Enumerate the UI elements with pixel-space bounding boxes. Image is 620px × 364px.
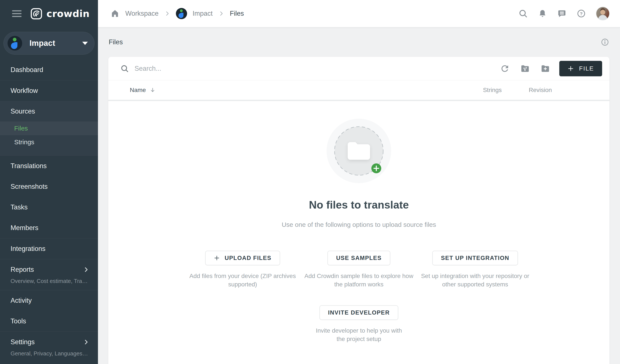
sidebar-subitem-label: Files: [14, 125, 28, 132]
svg-text:?: ?: [580, 11, 583, 16]
home-icon[interactable]: [110, 9, 120, 18]
column-label: Name: [130, 87, 146, 94]
files-toolbar: FILE: [108, 57, 609, 80]
sidebar-nav: Dashboard Workflow Sources Files Strings…: [0, 59, 98, 364]
invite-developer-option: INVITE DEVELOPER Invite developer to hel…: [311, 305, 406, 343]
sidebar-item-label: Dashboard: [11, 66, 43, 74]
set-up-integration-option: SET UP INTEGRATION Set up integration wi…: [417, 251, 533, 289]
column-header-name[interactable]: Name: [130, 87, 156, 94]
info-icon[interactable]: [601, 38, 609, 46]
sidebar-item-integrations[interactable]: Integrations: [0, 238, 98, 259]
breadcrumb-impact[interactable]: Impact: [193, 10, 213, 17]
sidebar-item-sources[interactable]: Sources: [0, 101, 98, 121]
set-up-integration-description: Set up integration with your repository …: [420, 272, 530, 289]
empty-state: No files to translate Use one of the fol…: [108, 101, 609, 343]
empty-state-subtitle: Use one of the following options to uplo…: [281, 221, 436, 228]
sidebar-item-screenshots[interactable]: Screenshots: [0, 176, 98, 197]
plus-icon: [214, 255, 220, 261]
sidebar-item-workflow[interactable]: Workflow: [0, 80, 98, 101]
caret-down-icon: [82, 42, 88, 45]
integration-folder-icon[interactable]: [520, 64, 530, 73]
sidebar-item-strings[interactable]: Strings: [0, 135, 98, 149]
help-icon[interactable]: ?: [576, 9, 586, 18]
upload-files-button[interactable]: UPLOAD FILES: [205, 251, 280, 265]
toolbar-actions: [500, 64, 550, 73]
notifications-bell-icon[interactable]: [538, 9, 547, 18]
plus-icon: [567, 65, 574, 72]
chevron-right-icon: [164, 11, 170, 16]
sidebar-item-label: Sources: [11, 107, 35, 115]
table-header: Name Strings Revision: [108, 80, 609, 100]
button-label: USE SAMPLES: [336, 255, 381, 262]
chevron-right-icon: [218, 11, 224, 16]
sidebar-item-subtitle: General, Privacy, Languages, Q…: [11, 350, 89, 357]
crowdin-logo-icon: [30, 8, 43, 20]
chevron-right-icon: [83, 266, 89, 273]
files-search-input[interactable]: [135, 65, 500, 73]
breadcrumb-files: Files: [230, 10, 244, 17]
upload-files-option: UPLOAD FILES Add files from your device …: [185, 251, 301, 289]
button-label: INVITE DEVELOPER: [328, 309, 390, 316]
add-badge-icon: [371, 163, 381, 173]
upload-options: UPLOAD FILES Add files from your device …: [185, 251, 533, 289]
search-icon[interactable]: [518, 9, 528, 18]
sidebar-item-dashboard[interactable]: Dashboard: [0, 59, 98, 80]
sidebar-header: crowdin: [0, 0, 98, 27]
sidebar-item-label: Translations: [11, 162, 47, 170]
sidebar-item-subtitle: Overview, Cost estimate, Transl…: [11, 278, 89, 284]
hamburger-menu-icon[interactable]: [12, 10, 22, 17]
topbar: Workspace Impact Files ?: [98, 0, 620, 27]
empty-state-title: No files to translate: [309, 199, 409, 211]
crowdin-logo-text: crowdin: [46, 8, 90, 19]
sidebar-item-settings[interactable]: Settings General, Privacy, Languages, Q…: [0, 332, 98, 363]
sidebar-item-label: Members: [11, 224, 38, 232]
upload-files-description: Add files from your device (ZIP archives…: [187, 272, 298, 289]
project-avatar: [8, 36, 22, 51]
sidebar-item-members[interactable]: Members: [0, 218, 98, 238]
messages-chat-icon[interactable]: [557, 9, 567, 18]
sidebar: crowdin Impact Dashboard Workflow Source…: [0, 0, 98, 364]
sidebar-item-label: Integrations: [11, 245, 46, 253]
sidebar-item-label: Reports: [11, 266, 34, 274]
sidebar-item-activity[interactable]: Activity: [0, 290, 98, 311]
empty-folder-graphic: [326, 119, 391, 183]
folder-icon: [348, 142, 370, 160]
button-label: UPLOAD FILES: [225, 255, 271, 262]
sidebar-subitem-label: Strings: [14, 138, 34, 146]
breadcrumb-workspace[interactable]: Workspace: [125, 10, 159, 17]
main-content: Files: [98, 27, 620, 364]
sidebar-item-tasks[interactable]: Tasks: [0, 197, 98, 218]
refresh-icon[interactable]: [500, 64, 510, 73]
search-icon: [120, 64, 129, 73]
topbar-icons: ?: [518, 7, 610, 20]
page-title: Files: [109, 38, 123, 46]
invite-developer-button[interactable]: INVITE DEVELOPER: [319, 305, 399, 320]
page-header: Files: [98, 27, 620, 57]
column-header-revision[interactable]: Revision: [513, 87, 567, 94]
crowdin-logo[interactable]: crowdin: [30, 8, 90, 20]
add-folder-icon[interactable]: [540, 64, 550, 73]
sidebar-item-tools[interactable]: Tools: [0, 311, 98, 332]
sort-descending-icon: [149, 87, 156, 93]
sidebar-item-label: Settings: [11, 338, 35, 346]
use-samples-button[interactable]: USE SAMPLES: [327, 251, 390, 265]
sidebar-item-label: Workflow: [11, 87, 38, 95]
column-header-strings[interactable]: Strings: [465, 87, 519, 94]
set-up-integration-button[interactable]: SET UP INTEGRATION: [432, 251, 518, 265]
button-label: SET UP INTEGRATION: [441, 255, 509, 262]
sidebar-item-label: Tools: [11, 317, 26, 325]
chevron-right-icon: [83, 339, 89, 345]
project-selector[interactable]: Impact: [3, 32, 94, 55]
use-samples-option: USE SAMPLES Add Crowdin sample files to …: [301, 251, 417, 289]
sidebar-item-files[interactable]: Files: [0, 121, 98, 135]
sidebar-item-label: Activity: [11, 297, 32, 305]
add-file-button-label: FILE: [579, 65, 594, 72]
invite-developer-description: Invite developer to help you with the pr…: [311, 326, 406, 343]
add-file-button[interactable]: FILE: [559, 61, 602, 76]
breadcrumb: Workspace Impact Files: [110, 8, 244, 19]
sidebar-item-reports[interactable]: Reports Overview, Cost estimate, Transl…: [0, 259, 98, 290]
sidebar-item-translations[interactable]: Translations: [0, 156, 98, 176]
sidebar-item-label: Screenshots: [11, 183, 47, 190]
sidebar-group-sources: Sources Files Strings: [0, 101, 98, 155]
user-avatar[interactable]: [596, 7, 610, 20]
